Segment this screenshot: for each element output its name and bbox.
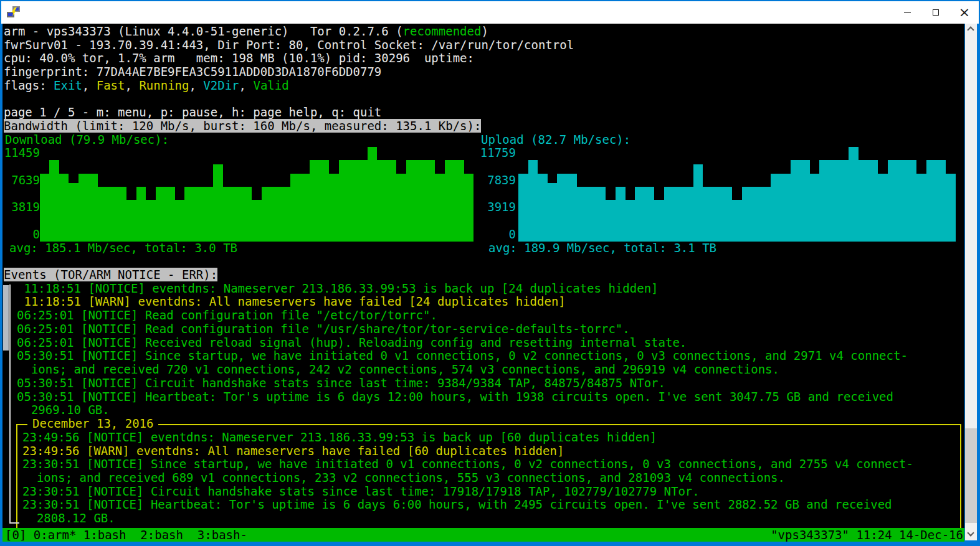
events-header-row: Events (TOR/ARM NOTICE - ERR):: [4, 268, 964, 282]
upload-bar: [819, 160, 829, 240]
download-bar: [300, 174, 310, 240]
y-axis-tick: 11459: [4, 146, 40, 160]
download-graph-title: Download (79.9 Mb/sec):: [5, 133, 169, 147]
download-y-axis: 11459763938190: [4, 146, 40, 241]
upload-bar: [781, 174, 791, 240]
event-log-line: 05:30:51 [NOTICE] Circuit handshake stat…: [17, 377, 964, 390]
event-panel-border-line: [9, 285, 11, 524]
download-avg-total: avg: 185.1 Mb/sec, total: 3.0 TB: [9, 242, 237, 255]
upload-bar: [829, 160, 839, 240]
upload-bar: [878, 174, 888, 240]
y-axis-tick: 0: [4, 228, 40, 242]
download-bar: [329, 174, 338, 240]
y-axis-tick: 7639: [4, 174, 40, 187]
upload-bar: [557, 174, 567, 240]
upload-y-axis: 11759783939190: [480, 146, 516, 241]
minimize-icon: [904, 12, 911, 13]
upload-bar: [936, 160, 946, 240]
event-log-line: 06:25:01 [NOTICE] Read configuration fil…: [17, 322, 964, 336]
upload-bar: [897, 160, 907, 240]
events-header: Events (TOR/ARM NOTICE - ERR):: [4, 268, 217, 281]
putty-app-icon[interactable]: [7, 6, 21, 19]
download-bar: [464, 174, 473, 240]
upload-bar: [907, 160, 917, 240]
download-bar: [396, 174, 406, 240]
upload-bar: [791, 160, 801, 240]
y-axis-tick: 11759: [480, 146, 516, 160]
download-bar: [290, 174, 300, 240]
scroll-up-icon[interactable]: [967, 26, 974, 33]
download-bar: [426, 160, 435, 240]
download-bar: [156, 187, 165, 240]
flags-line: flags: Exit, Fast, Running, V2Dir, Valid: [4, 79, 964, 93]
upload-bar: [635, 187, 645, 240]
event-log: 11:18:51 [NOTICE] eventdns: Nameserver 2…: [4, 282, 964, 417]
close-icon: ×: [959, 6, 970, 19]
event-log-line: 23:30:51 [NOTICE] Heartbeat: Tor's uptim…: [22, 498, 913, 512]
scroll-down-icon[interactable]: [967, 529, 974, 536]
scrollbar-thumb[interactable]: [965, 428, 977, 523]
bandwidth-header: Bandwidth (limit: 120 Mb/s, burst: 160 M…: [4, 119, 481, 133]
maximize-button[interactable]: [921, 1, 950, 24]
upload-bar: [722, 187, 732, 240]
title-bar[interactable]: ×: [1, 1, 979, 24]
download-bar: [262, 187, 271, 240]
header-line-3: cpu: 40.0% tor, 1.7% arm mem: 198 MB (10…: [4, 52, 964, 65]
upload-bar: [567, 174, 577, 240]
upload-bar: [586, 187, 596, 240]
upload-bar: [713, 187, 723, 240]
tmux-status-bar: [0] 0:arm* 1:bash 2:bash 3:bash- "vps343…: [2, 528, 964, 542]
upload-bar: [674, 187, 684, 240]
upload-bar: [596, 187, 606, 240]
date-box: December 13, 2016 23:49:56 [NOTICE] even…: [4, 417, 964, 525]
bandwidth-header-row: Bandwidth (limit: 120 Mb/s, burst: 160 M…: [4, 120, 964, 133]
event-log-line: 11:18:51 [WARN] eventdns: All nameserver…: [17, 295, 964, 309]
console-window: × arm - vps343373 (Linux 4.4.0-51-generi…: [0, 0, 980, 546]
download-bar: [377, 160, 386, 240]
download-bar: [117, 187, 126, 240]
download-bar: [348, 160, 358, 240]
upload-bar: [693, 164, 703, 240]
download-bar: [358, 160, 367, 240]
event-log-line: ions; and received 689 v1 connections, 2…: [22, 471, 913, 485]
event-log-line: 05:30:51 [NOTICE] Heartbeat: Tor's uptim…: [17, 390, 964, 404]
tmux-window-list[interactable]: [0] 0:arm* 1:bash 2:bash 3:bash-: [5, 528, 247, 542]
upload-bar: [888, 160, 898, 240]
download-bar: [445, 160, 454, 240]
download-bar: [368, 147, 377, 240]
download-bar: [107, 187, 117, 240]
window-scrollbar[interactable]: [965, 24, 977, 540]
download-bar: [252, 200, 261, 240]
download-bar: [232, 187, 242, 240]
upload-bar: [538, 174, 548, 240]
download-bar: [69, 183, 78, 240]
date-box-log: 23:49:56 [NOTICE] eventdns: Nameserver 2…: [22, 431, 913, 525]
download-bar: [242, 187, 252, 240]
page-menu-line: page 1 / 5 - m: menu, p: pause, h: page …: [4, 106, 964, 120]
upload-bar: [654, 200, 664, 240]
y-axis-tick: 7839: [480, 174, 516, 187]
upload-bar: [683, 187, 693, 240]
upload-bar: [800, 160, 810, 240]
header-line-4: fingerprint: 77DA4AE7BE9FEA3C5911ADD0D3D…: [4, 65, 964, 79]
download-bar: [204, 187, 213, 240]
blank-row: [4, 255, 964, 268]
download-bar: [98, 187, 107, 240]
minimize-button[interactable]: [893, 1, 921, 24]
event-log-line: 2808.12 GB.: [22, 512, 913, 525]
upload-bar: [926, 160, 936, 240]
download-bar: [136, 187, 146, 240]
upload-bar: [664, 187, 674, 240]
upload-bar: [771, 174, 781, 240]
event-log-line: ions; and received 720 v1 connections, 2…: [17, 363, 964, 377]
download-bar: [165, 187, 174, 240]
event-log-line: 05:30:51 [NOTICE] Since startup, we have…: [17, 349, 964, 363]
close-button[interactable]: ×: [950, 1, 979, 24]
upload-bar: [577, 187, 587, 240]
upload-bar: [751, 187, 761, 240]
download-bar: [184, 187, 194, 240]
event-log-line: 23:49:56 [NOTICE] eventdns: Nameserver 2…: [22, 431, 913, 445]
upload-bar: [703, 187, 713, 240]
header-line-1: arm - vps343373 (Linux 4.4.0-51-generic)…: [4, 25, 964, 39]
upload-bar: [946, 174, 956, 240]
